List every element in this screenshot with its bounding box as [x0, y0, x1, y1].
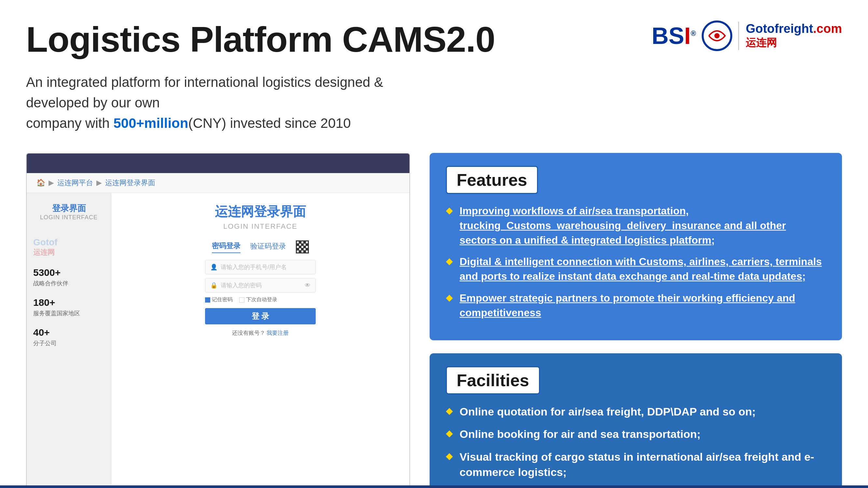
- facilities-title-box: Facilities: [446, 366, 540, 394]
- remember-checkbox-label: 记住密码: [205, 296, 233, 303]
- facility-bullet-1-icon: ◆: [446, 405, 453, 416]
- feature-text-1: Improving workflows of air/sea transport…: [460, 204, 826, 247]
- facility-bullet-2-icon: ◆: [446, 428, 453, 438]
- feature-text-2: Digital & intelligent connection with Cu…: [460, 254, 826, 284]
- username-input[interactable]: 👤 请输入您的手机号/用户名: [205, 260, 316, 274]
- breadcrumb-item1: 运连网平台: [57, 178, 93, 188]
- lock-icon: 🔒: [210, 282, 217, 289]
- sidebar-logo: 登录界面 LOGIN INTERFACE: [33, 203, 104, 221]
- features-card: Features ◆ Improving workflows of air/se…: [430, 153, 842, 340]
- svg-point-1: [714, 33, 720, 38]
- tab-password[interactable]: 密码登录: [212, 241, 241, 253]
- goto-circle-icon: [701, 20, 733, 52]
- password-input[interactable]: 🔒 请输入您的密码 👁: [205, 278, 316, 292]
- subtitle-part2: company with: [26, 116, 113, 131]
- breadcrumb-home-icon: 🏠: [36, 178, 45, 187]
- login-mockup: 🏠 ▶ 运连网平台 ▶ 运连网登录界面 登录界面 LOGIN INTERFACE…: [26, 153, 410, 488]
- feature-item-2: ◆ Digital & intelligent connection with …: [446, 254, 826, 284]
- qr-code-icon: [296, 240, 309, 254]
- breadcrumb-sep1: ▶: [49, 178, 54, 187]
- user-icon: 👤: [210, 263, 217, 271]
- page-title: Logistics Platform CAMS2.0: [26, 20, 495, 59]
- remember-checkbox[interactable]: [205, 297, 210, 302]
- subtitle: An integrated platform for international…: [26, 72, 449, 133]
- breadcrumb-sep2: ▶: [96, 178, 102, 187]
- autologin-checkbox[interactable]: [239, 297, 244, 302]
- header: Logistics Platform CAMS2.0 BSI® Gotofrei…: [26, 20, 842, 59]
- stat1-label: 战略合作伙伴: [33, 280, 104, 287]
- feature-item-3: ◆ Empower strategic partners to promote …: [446, 291, 826, 320]
- mockup-main-title-en: LOGIN INTERFACE: [223, 222, 298, 231]
- subtitle-part1: An integrated platform for international…: [26, 74, 383, 110]
- mockup-tabs: 密码登录 验证码登录: [212, 240, 309, 254]
- stat3-label: 分子公司: [33, 339, 104, 347]
- remember-label: 记住密码: [212, 296, 233, 303]
- mockup-login-area: 运连网登录界面 LOGIN INTERFACE 密码登录 验证码登录: [111, 193, 409, 488]
- breadcrumb-item2: 运连网登录界面: [105, 178, 155, 188]
- content-area: 🏠 ▶ 运连网平台 ▶ 运连网登录界面 登录界面 LOGIN INTERFACE…: [26, 153, 842, 488]
- facility-item-2: ◆ Online booking for air and sea transpo…: [446, 426, 826, 442]
- stat3-number: 40+: [33, 327, 104, 338]
- mockup-main-title-cn: 运连网登录界面: [215, 203, 306, 221]
- bullet-2-icon: ◆: [446, 256, 453, 266]
- bsi-i: I: [684, 23, 691, 49]
- facility-item-3: ◆ Visual tracking of cargo status in int…: [446, 449, 826, 480]
- sidebar-watermark: Gotof 运连网: [33, 237, 104, 257]
- facility-text-3: Visual tracking of cargo status in inter…: [460, 449, 826, 480]
- facility-text-2: Online booking for air and sea transport…: [460, 426, 701, 442]
- autologin-checkbox-label: 下次自动登录: [239, 296, 277, 303]
- mockup-body: 登录界面 LOGIN INTERFACE Gotof 运连网 5300+ 战略合…: [27, 193, 409, 488]
- username-placeholder: 请输入您的手机号/用户名: [221, 263, 287, 271]
- sidebar-stat-2: 180+ 服务覆盖国家地区: [33, 297, 104, 317]
- remember-row: 记住密码 下次自动登录: [205, 296, 316, 303]
- sidebar-logo-cn: 登录界面: [33, 203, 104, 214]
- register-link[interactable]: 我要注册: [267, 330, 289, 336]
- bullet-1-icon: ◆: [446, 205, 453, 216]
- facilities-title: Facilities: [457, 371, 529, 390]
- register-row: 还没有账号？ 我要注册: [232, 329, 289, 337]
- goto-text: Gotofreight: [746, 22, 813, 35]
- sidebar-stat-1: 5300+ 战略合作伙伴: [33, 267, 104, 287]
- bottom-bar: [0, 485, 868, 488]
- login-button[interactable]: 登 录: [205, 308, 316, 324]
- subtitle-part3: (CNY) invested since 2010: [188, 116, 351, 131]
- mockup-sidebar: 登录界面 LOGIN INTERFACE Gotof 运连网 5300+ 战略合…: [27, 193, 111, 488]
- page: Logistics Platform CAMS2.0 BSI® Gotofrei…: [0, 0, 868, 488]
- mockup-topbar: [27, 154, 409, 173]
- bsi-logo: BSI®: [652, 24, 696, 47]
- logo-area: BSI® Gotofreight.com 运连网: [652, 20, 842, 52]
- stat1-number: 5300+: [33, 267, 104, 278]
- sidebar-logo-en: LOGIN INTERFACE: [33, 214, 104, 221]
- facility-bullet-3-icon: ◆: [446, 451, 453, 461]
- sidebar-stat-3: 40+ 分子公司: [33, 327, 104, 347]
- eye-icon: 👁: [305, 282, 310, 289]
- feature-text-3: Empower strategic partners to promote th…: [460, 291, 826, 320]
- features-title-box: Features: [446, 166, 538, 194]
- bsi-reg: ®: [691, 29, 696, 37]
- features-title: Features: [457, 170, 527, 189]
- tab-code[interactable]: 验证码登录: [250, 241, 286, 253]
- bullet-3-icon: ◆: [446, 292, 453, 303]
- password-placeholder: 请输入您的密码: [221, 282, 301, 289]
- feature-item-1: ◆ Improving workflows of air/sea transpo…: [446, 204, 826, 247]
- facility-text-1: Online quotation for air/sea freight, DD…: [460, 404, 756, 420]
- stat2-label: 服务覆盖国家地区: [33, 310, 104, 317]
- stat2-number: 180+: [33, 297, 104, 308]
- goto-sub: 运连网: [746, 36, 842, 50]
- goto-com: .com: [813, 22, 842, 35]
- gotofreight-logo: Gotofreight.com 运连网: [738, 22, 842, 50]
- register-text: 还没有账号？: [232, 330, 265, 336]
- right-panel: Features ◆ Improving workflows of air/se…: [430, 153, 842, 488]
- autologin-label: 下次自动登录: [246, 296, 277, 303]
- facilities-card: Facilities ◆ Online quotation for air/se…: [430, 353, 842, 488]
- subtitle-highlight: 500+million: [113, 116, 188, 131]
- mockup-breadcrumb: 🏠 ▶ 运连网平台 ▶ 运连网登录界面: [27, 173, 409, 193]
- bsi-letters: BS: [652, 23, 684, 49]
- facility-item-1: ◆ Online quotation for air/sea freight, …: [446, 404, 826, 420]
